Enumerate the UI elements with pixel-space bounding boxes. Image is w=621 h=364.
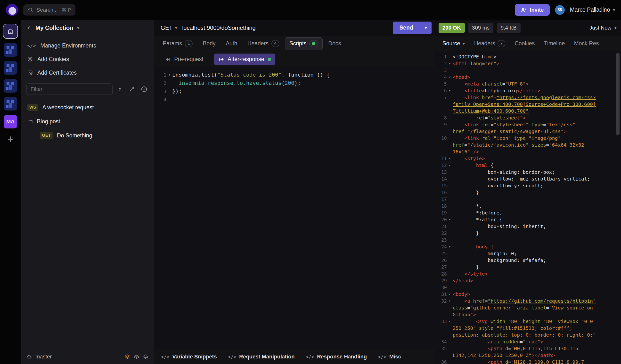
tab-cookies[interactable]: Cookies	[511, 38, 538, 49]
code-line: 4▾<head>	[436, 74, 621, 80]
fold-caret-icon[interactable]: ▾	[447, 243, 453, 250]
fold-caret-icon[interactable]: ▾	[447, 162, 453, 169]
sort-icon[interactable]	[115, 84, 125, 94]
scripts-status-badge	[309, 40, 318, 47]
script-editor[interactable]: 1▾insomnia.test("Status code is 200", fu…	[154, 67, 434, 349]
sidebar-item-manage-environments[interactable]: </> Manage Environments	[21, 39, 154, 52]
response-handling-button[interactable]: </> Response Handling	[306, 354, 367, 360]
project-avatar[interactable]	[4, 43, 17, 57]
fold-caret-icon[interactable]: ▾	[166, 71, 172, 79]
search-button[interactable]: Search.. ⌘ P	[23, 4, 75, 16]
insomnia-logo[interactable]	[6, 4, 18, 16]
main-area: MA + My Collection ▾ </> Manage Environm…	[0, 20, 621, 364]
cloud-icon[interactable]	[26, 354, 32, 360]
scrollbar-thumb[interactable]	[616, 53, 620, 135]
line-number: 2	[154, 79, 166, 87]
send-options-button[interactable]: ▾	[420, 22, 431, 34]
url-input[interactable]: localhost:9000/doSomething	[182, 24, 393, 31]
misc-button[interactable]: </> Misc	[378, 354, 401, 360]
user-avatar[interactable]: 88	[555, 5, 565, 15]
request-row-websocket[interactable]: WS A websocket request	[21, 100, 154, 114]
folder-row-blog-post[interactable]: Blog post	[21, 114, 154, 128]
sidebar-item-add-certificates[interactable]: Add Certificates	[21, 66, 154, 79]
expand-icon[interactable]	[127, 84, 137, 94]
websocket-badge: WS	[27, 104, 38, 111]
send-button[interactable]: Send	[393, 22, 420, 34]
fold-caret-icon[interactable]: ▾	[447, 87, 453, 94]
tab-params[interactable]: Params 1	[158, 37, 197, 50]
code-line: 33▾ <svg width="80" height="80" viewBox=…	[436, 318, 621, 338]
code-icon: </>	[228, 354, 236, 359]
cloud-upload-icon[interactable]	[134, 354, 139, 360]
code-line: 13 box-sizing: border-box;	[436, 169, 621, 175]
project-avatar[interactable]	[4, 79, 17, 93]
line-number: 19	[436, 209, 447, 216]
chevron-down-icon[interactable]: ▾	[77, 25, 80, 31]
fold-caret-icon[interactable]: ▾	[447, 74, 453, 80]
tab-docs[interactable]: Docs	[324, 38, 345, 49]
tab-scripts[interactable]: Scripts	[285, 37, 323, 50]
tab-auth[interactable]: Auth	[221, 38, 242, 49]
sync-layers-icon[interactable]	[124, 354, 130, 360]
code-text	[453, 284, 621, 289]
tab-label: Mock Res	[574, 40, 599, 47]
branch-name[interactable]: master	[35, 354, 52, 360]
fold-caret-icon[interactable]: ▾	[447, 155, 453, 162]
request-tabs: Params 1 Body Auth Headers 4 Scripts Doc…	[154, 36, 434, 51]
collection-title[interactable]: My Collection	[35, 24, 73, 31]
tab-response-headers[interactable]: Headers 7	[470, 38, 509, 50]
user-menu[interactable]: Marco Palladino ▾	[570, 7, 615, 13]
tab-label: Auth	[226, 40, 237, 47]
code-line: 8 rel="stylesheet">	[436, 114, 621, 121]
line-number: 12	[436, 162, 447, 169]
line-number: 1	[154, 71, 166, 79]
sidebar-item-add-cookies[interactable]: Add Cookies	[21, 52, 154, 66]
line-number: 2	[436, 60, 447, 67]
fold-caret-icon[interactable]: ▾	[447, 318, 453, 325]
line-number: 23	[436, 237, 447, 243]
code-line: 1<!DOCTYPE html>	[436, 53, 621, 60]
code-line: 6▾ <title>httpbin.org</title>	[436, 87, 621, 94]
project-avatar[interactable]	[4, 97, 17, 111]
method-dropdown[interactable]: GET ▾	[161, 24, 177, 31]
add-request-icon[interactable]	[139, 84, 149, 94]
tab-timeline[interactable]: Timeline	[540, 38, 569, 49]
response-history-dropdown[interactable]: Just Now ▾	[589, 25, 617, 31]
tab-after-response[interactable]: After-response	[214, 54, 275, 65]
params-count-badge: 1	[185, 40, 193, 47]
line-number: 13	[436, 169, 447, 175]
response-body-viewer[interactable]: 1<!DOCTYPE html>2▾<html lang="en">34▾<he…	[434, 51, 621, 364]
invite-button[interactable]: Invite	[515, 4, 550, 16]
code-text: <path d="M0,0 L115,115 L130,115 L142,142…	[453, 345, 621, 359]
cloud-download-icon[interactable]	[143, 354, 149, 360]
project-avatar[interactable]	[4, 61, 17, 75]
sidebar-menu: </> Manage Environments Add Cookies Add …	[21, 36, 154, 79]
tab-body[interactable]: Body	[198, 38, 220, 49]
request-manipulation-button[interactable]: </> Request Manipulation	[228, 354, 295, 360]
line-number: 16	[436, 189, 447, 196]
fold-caret-icon[interactable]: ▾	[447, 216, 453, 223]
fold-caret-icon[interactable]: ▾	[447, 60, 453, 67]
avatar-text: 88	[558, 8, 562, 12]
tab-mock-response[interactable]: Mock Res	[570, 38, 603, 49]
code-line: 26 background: #fafafa;	[436, 257, 621, 264]
variable-snippets-button[interactable]: </> Variable Snippets	[161, 354, 217, 360]
filter-input[interactable]	[26, 83, 113, 95]
back-chevron-icon[interactable]	[26, 25, 32, 31]
fold-caret-icon[interactable]: ▾	[447, 291, 453, 298]
status-code-badge: 200 OK	[439, 23, 465, 33]
arrow-into-bracket-icon	[165, 56, 171, 62]
response-panel: 200 OK 309 ms 9.4 KB Just Now ▾ Source ▾…	[434, 20, 621, 364]
line-number: 26	[436, 257, 447, 264]
request-row-do-something[interactable]: GET Do Something	[21, 128, 154, 142]
home-button[interactable]	[3, 24, 18, 39]
add-organization-button[interactable]: +	[7, 134, 14, 144]
code-line: 14 overflow: -moz-scrollbars-vertical;	[436, 175, 621, 182]
tab-pre-request[interactable]: Pre-request	[161, 54, 208, 65]
code-line: 19 *:before,	[436, 209, 621, 216]
fold-caret-icon[interactable]: ▾	[447, 298, 453, 304]
tab-headers[interactable]: Headers 4	[243, 37, 284, 50]
line-number: 8	[436, 114, 447, 121]
tab-source[interactable]: Source ▾	[439, 38, 469, 49]
organization-avatar-ma[interactable]: MA	[4, 115, 17, 128]
